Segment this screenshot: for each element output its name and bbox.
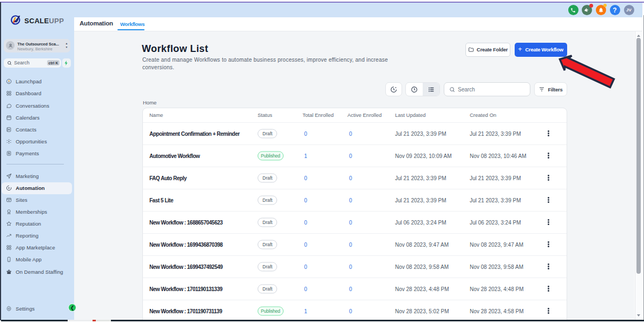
- svg-text:SCALEUPP: SCALEUPP: [24, 17, 64, 25]
